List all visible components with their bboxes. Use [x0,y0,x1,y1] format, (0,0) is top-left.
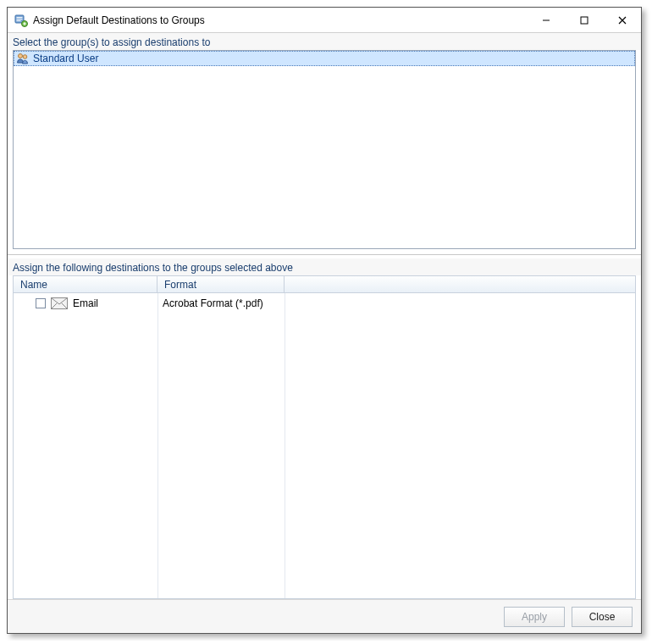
email-icon [51,297,68,309]
destinations-table: Name Format [13,275,636,599]
destinations-body[interactable]: Email Acrobat Format (*.pdf) [14,293,635,598]
column-divider [157,293,158,598]
group-row[interactable]: Standard User [14,51,635,66]
svg-point-7 [23,55,27,59]
svg-point-6 [19,54,23,58]
apply-button[interactable]: Apply [504,607,565,627]
minimize-button[interactable] [527,8,565,32]
destination-name: Email [73,297,98,309]
svg-rect-2 [17,19,23,19]
destinations-section: Assign the following destinations to the… [8,258,641,599]
destination-row[interactable]: Email Acrobat Format (*.pdf) [14,293,635,314]
close-window-button[interactable] [603,8,641,32]
title-bar: Assign Default Destinations to Groups [8,8,641,33]
window-controls [527,8,641,32]
close-button[interactable]: Close [572,607,633,627]
destination-format: Acrobat Format (*.pdf) [163,297,263,309]
svg-rect-1 [17,17,23,18]
svg-rect-5 [581,17,588,24]
section-divider [8,254,641,255]
destination-checkbox[interactable] [36,298,46,308]
groups-list[interactable]: Standard User [13,50,636,249]
column-header-name[interactable]: Name [14,276,157,292]
column-divider [285,293,285,598]
window-title: Assign Default Destinations to Groups [33,14,527,26]
destinations-section-label: Assign the following destinations to the… [8,258,641,275]
column-header-format[interactable]: Format [157,276,285,292]
svg-rect-3 [17,20,21,21]
destinations-header: Name Format [14,276,635,293]
maximize-button[interactable] [565,8,603,32]
group-label: Standard User [33,53,98,64]
groups-section-label: Select the group(s) to assign destinatio… [8,33,641,50]
button-bar: Apply Close [8,599,641,633]
column-header-spacer [285,276,635,292]
users-icon [16,52,30,65]
app-icon [14,14,28,27]
dialog-window: Assign Default Destinations to Groups Se… [7,7,642,634]
